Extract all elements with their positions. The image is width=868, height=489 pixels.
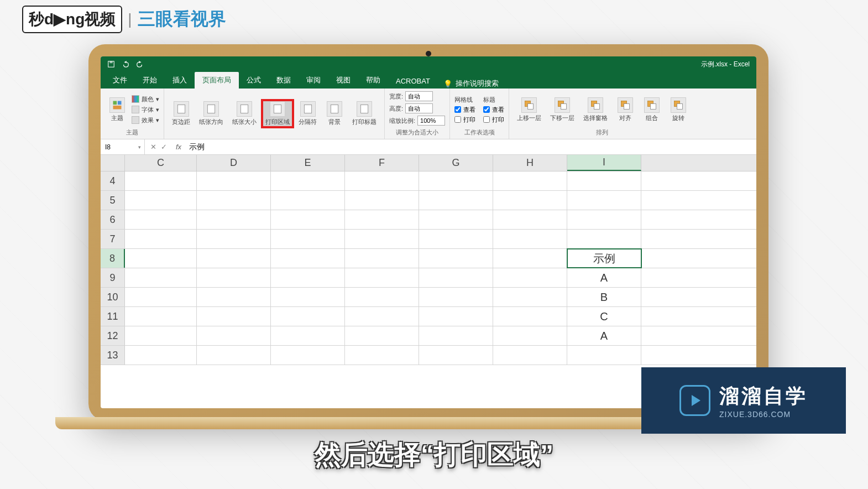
cell-D5[interactable]	[197, 191, 271, 210]
row-header-4[interactable]: 4	[101, 171, 125, 190]
cell-D7[interactable]	[197, 230, 271, 248]
cell-I5[interactable]	[567, 191, 641, 210]
column-header-I[interactable]: I	[567, 155, 641, 171]
cell-F8[interactable]	[345, 249, 419, 268]
cell-G4[interactable]	[419, 171, 493, 190]
page-setup-纸张大小[interactable]: 纸张大小	[229, 100, 260, 127]
headings-print-checkbox[interactable]: 打印	[483, 116, 504, 124]
cell-D10[interactable]	[197, 288, 271, 306]
cell-F13[interactable]	[345, 346, 419, 365]
cell-H10[interactable]	[493, 288, 567, 306]
cell-C4[interactable]	[125, 171, 197, 190]
cell-G6[interactable]	[419, 210, 493, 229]
cell-G7[interactable]	[419, 230, 493, 248]
page-setup-背景[interactable]: 背景	[322, 100, 347, 127]
tab-页面布局[interactable]: 页面布局	[195, 72, 239, 89]
page-setup-纸张方向[interactable]: 纸张方向	[196, 100, 227, 127]
column-header-G[interactable]: G	[419, 155, 493, 171]
column-header-F[interactable]: F	[345, 155, 419, 171]
cell-E7[interactable]	[271, 230, 345, 248]
page-setup-页边距[interactable]: 页边距	[169, 100, 194, 127]
cell-H8[interactable]	[493, 249, 567, 268]
cell-D6[interactable]	[197, 210, 271, 229]
cell-E5[interactable]	[271, 191, 345, 210]
cell-F9[interactable]	[345, 268, 419, 287]
cell-G12[interactable]	[419, 326, 493, 345]
cell-D9[interactable]	[197, 268, 271, 287]
cell-D8[interactable]	[197, 249, 271, 268]
cell-D4[interactable]	[197, 171, 271, 190]
cell-E11[interactable]	[271, 307, 345, 326]
height-control[interactable]: 高度:	[389, 103, 433, 114]
save-icon[interactable]	[107, 60, 115, 68]
cell-E10[interactable]	[271, 288, 345, 306]
tell-me-search[interactable]: 💡操作说明搜索	[443, 79, 499, 89]
height-input[interactable]	[405, 103, 433, 113]
cell-H11[interactable]	[493, 307, 567, 326]
cell-H7[interactable]	[493, 230, 567, 248]
cell-E6[interactable]	[271, 210, 345, 229]
cell-C12[interactable]	[125, 326, 197, 345]
page-setup-打印区域[interactable]: 打印区域	[262, 100, 293, 127]
cell-H5[interactable]	[493, 191, 567, 210]
cell-E9[interactable]	[271, 268, 345, 287]
gridlines-view-checkbox[interactable]: 查看	[454, 106, 475, 114]
tab-视图[interactable]: 视图	[328, 72, 358, 89]
arrange-组合[interactable]: 组合	[640, 96, 664, 123]
cell-F10[interactable]	[345, 288, 419, 306]
cell-C7[interactable]	[125, 230, 197, 248]
cell-C5[interactable]	[125, 191, 197, 210]
arrange-旋转[interactable]: 旋转	[666, 96, 691, 123]
cell-I11[interactable]: C	[567, 307, 641, 326]
scale-control[interactable]: 缩放比例:	[389, 115, 445, 126]
fx-icon[interactable]: fx	[172, 143, 185, 151]
cell-F5[interactable]	[345, 191, 419, 210]
cell-G9[interactable]	[419, 268, 493, 287]
column-header-D[interactable]: D	[197, 155, 271, 171]
cell-I6[interactable]	[567, 210, 641, 229]
headings-view-checkbox[interactable]: 查看	[483, 106, 504, 114]
cell-H12[interactable]	[493, 326, 567, 345]
cell-D12[interactable]	[197, 326, 271, 345]
cancel-formula-icon[interactable]: ✕	[150, 143, 156, 151]
cell-F7[interactable]	[345, 230, 419, 248]
cell-E12[interactable]	[271, 326, 345, 345]
tab-ACROBAT[interactable]: ACROBAT	[388, 74, 438, 89]
row-header-7[interactable]: 7	[101, 230, 125, 248]
cell-G10[interactable]	[419, 288, 493, 306]
tab-开始[interactable]: 开始	[135, 72, 165, 89]
cell-E13[interactable]	[271, 346, 345, 365]
cell-I12[interactable]: A	[567, 326, 641, 345]
cell-F12[interactable]	[345, 326, 419, 345]
tab-数据[interactable]: 数据	[269, 72, 299, 89]
gridlines-print-checkbox[interactable]: 打印	[454, 116, 475, 124]
cell-G8[interactable]	[419, 249, 493, 268]
row-header-8[interactable]: 8	[101, 249, 125, 268]
cell-H9[interactable]	[493, 268, 567, 287]
cell-H6[interactable]	[493, 210, 567, 229]
cell-C11[interactable]	[125, 307, 197, 326]
redo-icon[interactable]	[136, 60, 144, 68]
cell-E4[interactable]	[271, 171, 345, 190]
cell-G5[interactable]	[419, 191, 493, 210]
row-header-6[interactable]: 6	[101, 210, 125, 229]
cell-G13[interactable]	[419, 346, 493, 365]
page-setup-打印标题[interactable]: 打印标题	[349, 100, 380, 127]
cell-C10[interactable]	[125, 288, 197, 306]
arrange-对齐[interactable]: 对齐	[613, 96, 637, 123]
width-control[interactable]: 宽度:	[389, 91, 433, 102]
column-header-H[interactable]: H	[493, 155, 567, 171]
themes-button[interactable]: 主题	[105, 96, 129, 123]
row-header-5[interactable]: 5	[101, 191, 125, 210]
row-header-9[interactable]: 9	[101, 268, 125, 287]
fonts-button[interactable]: 字体 ▾	[132, 105, 159, 115]
row-header-13[interactable]: 13	[101, 346, 125, 365]
cell-C8[interactable]	[125, 249, 197, 268]
undo-icon[interactable]	[122, 60, 129, 68]
arrange-下移一层[interactable]: 下移一层	[547, 96, 578, 123]
width-input[interactable]	[405, 91, 433, 101]
row-header-10[interactable]: 10	[101, 288, 125, 306]
formula-input[interactable]	[185, 143, 756, 152]
accept-formula-icon[interactable]: ✓	[161, 143, 167, 151]
arrange-上移一层[interactable]: 上移一层	[514, 96, 545, 123]
